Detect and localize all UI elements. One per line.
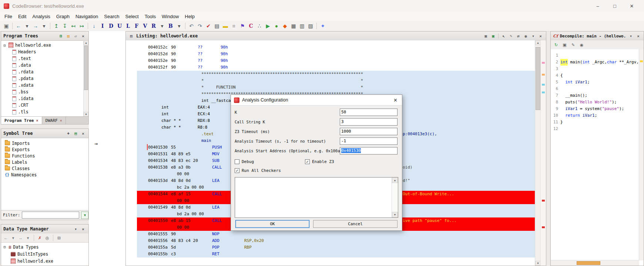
listing-row-0040152f[interactable]: 0040152f90??90h (137, 64, 536, 71)
listing-row-00401555[interactable]: 0040155590NOP (137, 231, 536, 237)
scroll-thumb[interactable] (577, 261, 600, 265)
save-icon[interactable]: ▣ (2, 22, 10, 30)
list-scrollbar[interactable]: ▲ ▼ (392, 177, 398, 217)
menu-tools[interactable]: Tools (142, 13, 159, 20)
collapse-toggle-icon[interactable]: ⊟ (3, 43, 7, 47)
menu-edit[interactable]: Edit (15, 13, 29, 20)
listing-row[interactable]: ****************************************… (137, 71, 536, 77)
find-datatype-icon[interactable]: ◎ (44, 235, 50, 241)
letter-B-icon[interactable]: B (167, 22, 175, 30)
program-tree-scrollbar[interactable]: ▲ ▼ (83, 40, 88, 117)
dtm-item-data-types[interactable]: ⊟≣Data Types (1, 243, 88, 250)
letter-B-dropdown-icon[interactable]: ▾ (175, 22, 183, 30)
tree-node-rdata[interactable]: .rdata (1, 69, 84, 75)
decompile-code[interactable]: 12int main(int _Argc,char **_Argv,c34{5 … (551, 49, 639, 260)
checkbox-icon[interactable]: ✓ (235, 168, 239, 173)
dtm-item-helloworld-exe[interactable]: helloworld.exe (1, 257, 88, 265)
analysis-timeout-field[interactable]: -1 (340, 137, 398, 145)
back-icon[interactable]: ← (3, 235, 9, 241)
calculator-icon[interactable]: ⌗ (230, 22, 238, 30)
snapshot-icon[interactable]: ◉ (578, 42, 585, 48)
menu-analysis[interactable]: Analysis (29, 13, 53, 20)
letter-L-icon[interactable]: L (124, 22, 132, 30)
detach-icon[interactable]: ▤ (73, 130, 79, 137)
tab-close-icon[interactable]: × (36, 119, 38, 123)
tree-node-tls[interactable]: .tls (1, 109, 84, 115)
detach-icon[interactable]: ▱ (73, 33, 79, 39)
symbol-tree-item-labels[interactable]: Labels (1, 159, 88, 165)
start-address-field[interactable]: 0x401530 (340, 147, 398, 154)
snapshot-icon[interactable]: ◉ (523, 33, 529, 39)
symbol-tree-item-exports[interactable]: Exports (1, 146, 88, 153)
code-line[interactable]: 12 (551, 126, 639, 132)
letter-U-icon[interactable]: U (115, 22, 124, 30)
filter-off-icon[interactable]: ✗ (37, 235, 43, 241)
close-icon[interactable]: ✕ (80, 226, 86, 232)
code-line[interactable]: 5 int iVar1; (551, 79, 639, 86)
symbol-tree-item-namespaces[interactable]: {}Namespaces (1, 172, 88, 178)
ok-button[interactable]: OK (235, 220, 309, 228)
goto-symbol-icon[interactable]: ⌖ (65, 130, 71, 137)
validate-icon[interactable]: ✔ (204, 22, 212, 30)
symbol-tree-item-classes[interactable]: Classes (1, 165, 88, 172)
listing-row-0040152e[interactable]: 0040152e90??90h (137, 57, 536, 64)
header-menu-icon[interactable]: ▾ (530, 33, 536, 39)
menu-graph[interactable]: Graph (53, 13, 73, 20)
tree-node-Headers[interactable]: Headers (1, 49, 84, 55)
tab-close-icon[interactable]: × (60, 119, 62, 123)
key-icon[interactable]: ✦ (319, 22, 327, 30)
header-menu-icon[interactable]: ▾ (628, 33, 634, 39)
note-icon[interactable]: ▬ (221, 22, 229, 30)
memory-map-icon[interactable]: ▥ (298, 22, 306, 30)
scroll-up-icon[interactable]: ▲ (392, 177, 398, 183)
dtm-item-builtintypes[interactable]: BuiltInTypes (1, 250, 88, 257)
register-icon[interactable]: ▧ (306, 22, 315, 30)
listing-scrollbar[interactable]: ▲ ▼ (535, 40, 541, 266)
z3-timeout-field[interactable]: 1000 (340, 128, 398, 135)
run-all-checkers-checkbox[interactable]: ✓Run All Checkers (235, 167, 281, 173)
collapse-all-icon[interactable]: ⊟ (56, 235, 62, 241)
open-tree-icon[interactable]: ▨ (65, 33, 71, 39)
collapse-toggle-icon[interactable]: ⊟ (3, 245, 7, 249)
code-line[interactable]: 7 __main(); (551, 92, 639, 99)
symbol-tree-item-functions[interactable]: Functions (1, 153, 88, 159)
diff-view-icon[interactable]: ⇄ (515, 33, 521, 39)
listing-row-0040152d[interactable]: 0040152d90??90h (137, 51, 536, 57)
menu-select[interactable]: Select (123, 13, 142, 20)
table-icon[interactable]: ▦ (289, 22, 298, 30)
tree-node-bss[interactable]: .bss (1, 89, 84, 95)
dtm-item-clipped[interactable] (1, 265, 88, 266)
close-icon[interactable]: ✕ (635, 33, 641, 39)
code-line[interactable]: 9 iVar1 = system("pause"); (551, 106, 639, 112)
run-script-icon[interactable]: ▶ (264, 22, 272, 30)
code-line[interactable]: 2int main(int _Argc,char **_Argv,c (551, 59, 639, 66)
close-icon[interactable]: ✕ (80, 130, 86, 137)
listing-row-0040155b[interactable]: 0040155bc3RET (137, 251, 536, 257)
listing-row[interactable]: * * (137, 77, 536, 84)
code-line[interactable]: 8 puts("Hello World!"); (551, 99, 639, 106)
back-icon[interactable]: ← (14, 22, 23, 30)
checkbox-icon[interactable] (235, 159, 239, 164)
header-menu-icon[interactable]: ▾ (73, 226, 79, 232)
scroll-down-icon[interactable]: ▼ (535, 261, 541, 266)
call-string-k-field[interactable]: 3 (340, 118, 398, 126)
copy-icon[interactable]: ▣ (561, 42, 568, 48)
back-dropdown-icon[interactable]: ▾ (10, 235, 16, 241)
emulator-icon[interactable]: ● (272, 22, 281, 30)
close-button[interactable]: ✕ (623, 0, 640, 12)
cursor-location-icon[interactable]: ↖ (500, 33, 507, 39)
letter-R-icon[interactable]: R (150, 22, 158, 30)
forward-dropdown-icon[interactable]: ▾ (40, 22, 48, 30)
maximize-button[interactable]: □ (606, 0, 623, 12)
menu-search[interactable]: Search (101, 13, 122, 20)
undo-icon[interactable]: ↶ (187, 22, 195, 30)
forward-dropdown-icon[interactable]: ▾ (25, 235, 31, 241)
code-line[interactable]: 10 return iVar1; (551, 112, 639, 119)
menu-file[interactable]: File (1, 13, 15, 20)
close-icon[interactable]: ✕ (80, 33, 86, 39)
letter-R-dropdown-icon[interactable]: ▾ (158, 22, 166, 30)
scroll-down-icon[interactable]: ▼ (392, 212, 398, 217)
dialog-title-bar[interactable]: Analysis Configuration ✕ (231, 95, 402, 106)
tree-node-text[interactable]: .text (1, 55, 84, 62)
dialog-close-icon[interactable]: ✕ (392, 97, 399, 103)
